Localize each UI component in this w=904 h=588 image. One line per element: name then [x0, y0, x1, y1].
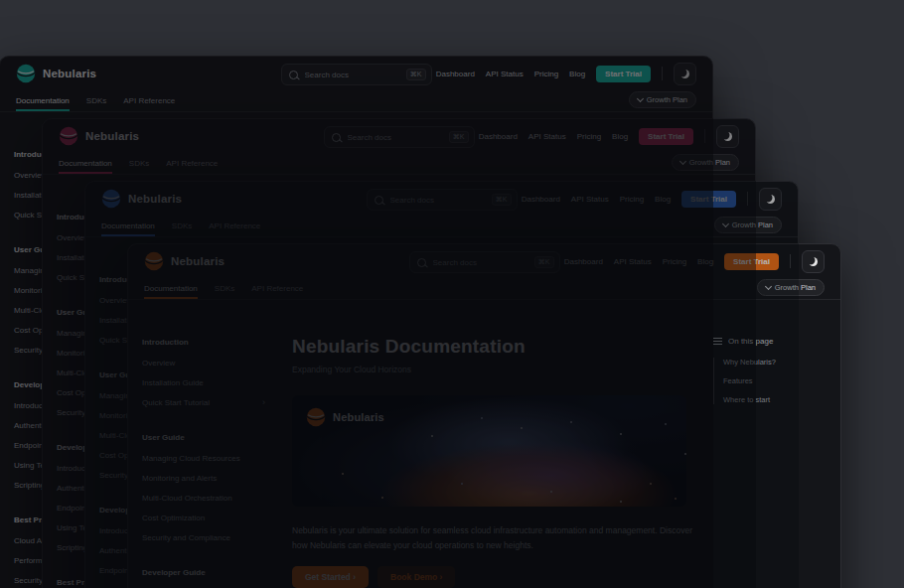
- sidebar-item-label: Multi-Cloud Orchestration: [142, 494, 232, 503]
- theme-toggle-button[interactable]: [802, 250, 825, 273]
- sidebar-item-overview[interactable]: Overview: [142, 359, 269, 368]
- growth-plan-label: Growth Plan: [689, 158, 730, 167]
- hero-brand: Nebularis: [306, 407, 384, 427]
- moon-icon: [809, 257, 818, 266]
- sidebar: IntroductionOverviewInstallation GuideQu…: [128, 300, 277, 588]
- cta-row: Get Started › Book Demo ›: [292, 566, 701, 588]
- nebula-hero-image: Nebularis: [292, 395, 686, 507]
- start-trial-button[interactable]: Start Trial: [639, 128, 693, 145]
- sidebar-item-installation-guide[interactable]: Installation Guide: [142, 378, 269, 387]
- app-window-orange: Nebularis ⌘K DashboardAPI StatusPricingB…: [127, 243, 841, 588]
- nav-link-dashboard[interactable]: Dashboard: [479, 132, 518, 141]
- brand[interactable]: Nebularis: [59, 126, 139, 146]
- growth-plan-button[interactable]: Growth Plan: [757, 279, 825, 296]
- nebularis-logo-icon: [101, 189, 121, 209]
- search-box[interactable]: ⌘K: [281, 64, 432, 85]
- sidebar-item-monitoring-and-alerts[interactable]: Monitoring and Alerts: [142, 474, 269, 483]
- tab-api-reference[interactable]: API Reference: [251, 284, 303, 299]
- sidebar-item-quick-start-tutorial[interactable]: Quick Start Tutorial›: [142, 398, 269, 407]
- tab-sdks[interactable]: SDKs: [86, 96, 106, 111]
- sidebar-section-developer-guide: Developer Guide: [142, 568, 269, 577]
- get-started-button[interactable]: Get Started ›: [292, 566, 369, 588]
- nav-link-api-status[interactable]: API Status: [614, 257, 652, 266]
- nav-link-pricing[interactable]: Pricing: [620, 195, 644, 204]
- app-header: Nebularis ⌘K DashboardAPI StatusPricingB…: [0, 57, 712, 90]
- header-right-nav: DashboardAPI StatusPricingBlog Start Tri…: [522, 188, 782, 211]
- start-trial-button[interactable]: Start Trial: [724, 253, 779, 270]
- search-input[interactable]: [303, 70, 401, 80]
- nav-link-blog[interactable]: Blog: [697, 257, 713, 266]
- top-links: DashboardAPI StatusPricingBlog: [564, 257, 713, 266]
- brand[interactable]: Nebularis: [101, 189, 182, 209]
- growth-plan-button[interactable]: Growth Plan: [629, 91, 696, 108]
- growth-plan-button[interactable]: Growth Plan: [714, 217, 782, 233]
- tab-documentation[interactable]: Documentation: [101, 221, 155, 236]
- start-trial-button[interactable]: Start Trial: [681, 191, 736, 208]
- nav-link-dashboard[interactable]: Dashboard: [564, 257, 603, 266]
- nav-link-dashboard[interactable]: Dashboard: [436, 70, 475, 78]
- nav-link-pricing[interactable]: Pricing: [577, 132, 601, 141]
- tab-sdks[interactable]: SDKs: [215, 284, 234, 299]
- search-input[interactable]: [431, 257, 529, 268]
- search-input[interactable]: [388, 195, 487, 206]
- nebularis-logo-icon: [16, 64, 36, 83]
- search-icon: [417, 258, 426, 267]
- tab-sdks[interactable]: SDKs: [172, 221, 192, 236]
- tab-api-reference[interactable]: API Reference: [209, 221, 260, 236]
- nav-link-pricing[interactable]: Pricing: [534, 70, 558, 78]
- tab-documentation[interactable]: Documentation: [144, 284, 198, 299]
- growth-plan-label: Growth Plan: [775, 283, 816, 292]
- nebularis-logo-icon: [59, 126, 78, 146]
- search-box[interactable]: ⌘K: [409, 251, 560, 273]
- nav-link-api-status[interactable]: API Status: [571, 195, 609, 204]
- search-icon: [289, 71, 298, 79]
- sidebar-item-multi-cloud-orchestration[interactable]: Multi-Cloud Orchestration: [142, 494, 269, 503]
- tab-documentation[interactable]: Documentation: [59, 159, 112, 174]
- search-shortcut-badge: ⌘K: [406, 69, 426, 80]
- tab-api-reference[interactable]: API Reference: [166, 159, 218, 174]
- nav-link-api-status[interactable]: API Status: [486, 70, 524, 78]
- sidebar-item-security-and-compliance[interactable]: Security and Compliance: [142, 533, 269, 542]
- nav-link-pricing[interactable]: Pricing: [663, 257, 686, 266]
- chevron-down-icon: [679, 158, 686, 165]
- theme-toggle-button[interactable]: [759, 188, 782, 211]
- search-box[interactable]: ⌘K: [367, 189, 518, 211]
- nav-link-blog[interactable]: Blog: [612, 132, 628, 141]
- theme-toggle-button[interactable]: [674, 63, 696, 85]
- tab-api-reference[interactable]: API Reference: [123, 96, 175, 111]
- brand[interactable]: Nebularis: [144, 251, 225, 271]
- sidebar-item-managing-cloud-resources[interactable]: Managing Cloud Resources: [142, 454, 269, 463]
- toc-link-why-nebularis[interactable]: Why Nebularis?: [723, 358, 829, 367]
- hero-brand-name: Nebularis: [333, 411, 384, 423]
- brand[interactable]: Nebularis: [16, 64, 96, 83]
- page-subtitle: Expanding Your Cloud Horizons: [292, 365, 701, 374]
- sidebar-item-label: Cost Optimization: [142, 514, 205, 522]
- sidebar-item-cost-optimization[interactable]: Cost Optimization: [142, 514, 269, 522]
- nav-link-blog[interactable]: Blog: [569, 70, 585, 78]
- nav-link-api-status[interactable]: API Status: [528, 132, 566, 141]
- growth-plan-button[interactable]: Growth Plan: [672, 154, 739, 171]
- main-content: Nebularis Documentation Expanding Your C…: [277, 300, 701, 588]
- tab-documentation[interactable]: Documentation: [16, 96, 70, 111]
- toc-link-features[interactable]: Features: [723, 376, 829, 385]
- book-demo-button[interactable]: Book Demo ›: [377, 566, 455, 588]
- sidebar-section-introduction: Introduction: [142, 338, 269, 347]
- toc-header: On this page: [713, 337, 829, 346]
- theme-toggle-button[interactable]: [716, 125, 739, 148]
- nav-link-dashboard[interactable]: Dashboard: [522, 195, 560, 204]
- header-divider: [662, 67, 663, 80]
- nav-link-blog[interactable]: Blog: [655, 195, 671, 204]
- chevron-down-icon: [637, 95, 644, 102]
- header-right-nav: DashboardAPI StatusPricingBlog Start Tri…: [564, 250, 825, 273]
- search-input[interactable]: [346, 132, 444, 143]
- tab-sdks[interactable]: SDKs: [129, 159, 149, 174]
- search-box[interactable]: ⌘K: [324, 126, 475, 148]
- header-right-nav: DashboardAPI StatusPricingBlog Start Tri…: [436, 63, 696, 85]
- header-right-nav: DashboardAPI StatusPricingBlog Start Tri…: [479, 125, 739, 148]
- nav-tabs: DocumentationSDKsAPI Reference: [59, 159, 218, 174]
- start-trial-button[interactable]: Start Trial: [596, 66, 651, 82]
- app-header: Nebularis ⌘K DashboardAPI StatusPricingB…: [128, 244, 840, 278]
- top-links: DashboardAPI StatusPricingBlog: [522, 195, 671, 204]
- growth-plan-label: Growth Plan: [647, 95, 687, 104]
- toc-link-where-to-start[interactable]: Where to start: [723, 395, 829, 404]
